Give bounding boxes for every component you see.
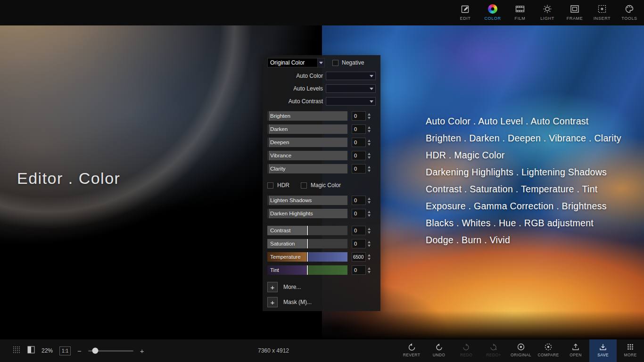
save-button[interactable]: SAVE: [589, 339, 617, 362]
magic-color-checkbox[interactable]: [301, 182, 307, 189]
darken-slider[interactable]: Darken: [267, 124, 347, 134]
slider-handle[interactable]: [306, 252, 308, 262]
slider-handle[interactable]: [267, 196, 270, 205]
auto-color-label: Auto Color: [267, 73, 323, 79]
feature-line: Contrast . Saturation . Temperature . Ti…: [426, 181, 621, 197]
slider-handle[interactable]: [267, 151, 270, 160]
feature-line: Brighten . Darken . Deepen . Vibrance . …: [426, 130, 621, 147]
tint-value[interactable]: 0: [352, 265, 366, 275]
brighten-stepper[interactable]: [368, 111, 371, 121]
tab-insert-label: INSERT: [594, 16, 611, 21]
vibrance-stepper[interactable]: [368, 151, 371, 160]
deepen-value[interactable]: 0: [352, 138, 366, 147]
vibrance-slider[interactable]: Vibrance: [267, 151, 347, 160]
feature-line: Blacks . Whites . Hue . RGB adjustment: [426, 214, 621, 231]
negative-checkbox[interactable]: [332, 60, 339, 66]
auto-contrast-select[interactable]: [326, 97, 376, 106]
zoom-percent[interactable]: 22%: [41, 347, 53, 354]
redo-plus-icon: [489, 342, 498, 352]
slider-handle[interactable]: [306, 265, 308, 275]
undo-button[interactable]: UNDO: [425, 339, 453, 362]
tab-film[interactable]: FILM: [506, 0, 534, 25]
lighten-shadows-slider[interactable]: Lighten Shadows: [267, 196, 347, 205]
deepen-slider[interactable]: Deepen: [267, 138, 347, 147]
slider-handle[interactable]: [306, 226, 308, 235]
saturation-stepper[interactable]: [368, 239, 371, 248]
darken-stepper[interactable]: [368, 124, 371, 134]
darken-highlights-stepper[interactable]: [368, 209, 371, 218]
more-button[interactable]: +: [267, 282, 278, 292]
undo-icon: [434, 342, 444, 352]
temperature-slider[interactable]: Temperature: [267, 252, 347, 262]
darken-highlights-label: Darken Highlights: [270, 211, 313, 216]
darken-value[interactable]: 0: [352, 124, 366, 134]
tint-stepper[interactable]: [368, 265, 371, 275]
lighten-shadows-value[interactable]: 0: [352, 196, 366, 205]
color-adjustment-panel: Original Color Negative Auto Color Auto …: [263, 55, 380, 311]
redo-button[interactable]: REDO: [453, 339, 480, 362]
saturation-slider[interactable]: Saturation: [267, 239, 347, 248]
zoom-in-button[interactable]: +: [140, 347, 144, 355]
original-button[interactable]: ORIGINAL: [507, 339, 535, 362]
tab-tools-label: TOOLS: [621, 16, 637, 21]
saturation-value[interactable]: 0: [352, 239, 366, 248]
contrast-value[interactable]: 0: [352, 226, 366, 235]
tab-insert[interactable]: INSERT: [588, 0, 616, 25]
slider-handle[interactable]: [267, 124, 270, 134]
deepen-stepper[interactable]: [368, 138, 371, 147]
temperature-stepper[interactable]: [368, 252, 371, 262]
compare-button[interactable]: COMPARE: [535, 339, 562, 362]
contrast-stepper[interactable]: [368, 226, 371, 235]
tab-frame[interactable]: FRAME: [561, 0, 588, 25]
revert-button[interactable]: REVERT: [398, 339, 425, 362]
split-view-icon[interactable]: [27, 346, 35, 355]
tab-edit[interactable]: EDIT: [452, 0, 479, 25]
clarity-stepper[interactable]: [368, 164, 371, 173]
film-icon: [515, 4, 525, 14]
more-label: More...: [283, 284, 301, 290]
tab-color-label: COLOR: [484, 16, 501, 21]
auto-levels-select[interactable]: [326, 84, 376, 93]
pixel-grid-icon[interactable]: [12, 346, 21, 356]
auto-color-select[interactable]: [326, 72, 376, 80]
actual-size-button[interactable]: 1:1: [59, 346, 71, 355]
feature-line: HDR . Magic Color: [426, 147, 621, 164]
open-button[interactable]: OPEN: [562, 339, 589, 362]
zoom-slider[interactable]: [88, 350, 133, 352]
brighten-value[interactable]: 0: [352, 111, 366, 121]
hdr-checkbox[interactable]: [267, 182, 273, 189]
insert-icon: [597, 4, 607, 14]
vibrance-value[interactable]: 0: [352, 151, 366, 160]
mask-button[interactable]: +: [267, 297, 278, 307]
slider-handle[interactable]: [306, 239, 308, 248]
revert-icon: [407, 342, 416, 352]
lighten-shadows-stepper[interactable]: [368, 196, 371, 205]
clarity-slider[interactable]: Clarity: [267, 164, 347, 173]
darken-highlights-slider[interactable]: Darken Highlights: [267, 209, 347, 218]
preset-dropdown[interactable]: Original Color: [267, 58, 325, 67]
darken-highlights-value[interactable]: 0: [352, 209, 366, 218]
saturation-label: Saturation: [270, 241, 295, 247]
slider-handle[interactable]: [267, 209, 270, 218]
tab-color[interactable]: COLOR: [479, 0, 506, 25]
tab-edit-label: EDIT: [460, 16, 471, 21]
tab-tools[interactable]: TOOLS: [616, 0, 643, 25]
more-menu-button[interactable]: MORE: [617, 339, 644, 362]
tab-light[interactable]: LIGHT: [534, 0, 561, 25]
preset-dropdown-value: Original Color: [268, 59, 317, 66]
temperature-value[interactable]: 6500: [352, 252, 366, 262]
slider-handle[interactable]: [267, 164, 270, 173]
zoom-slider-handle[interactable]: [92, 348, 99, 354]
redo-icon: [462, 342, 471, 352]
clarity-label: Clarity: [270, 166, 286, 172]
color-wheel-icon: [487, 4, 498, 14]
redo-plus-button[interactable]: REDO+: [480, 339, 507, 362]
zoom-out-button[interactable]: −: [77, 347, 82, 355]
clarity-value[interactable]: 0: [352, 164, 366, 173]
slider-handle[interactable]: [267, 138, 270, 147]
tint-slider[interactable]: Tint: [267, 265, 347, 275]
top-menu-bar: EDIT COLOR FILM LIGHT: [0, 0, 644, 25]
brighten-slider[interactable]: Brighten: [267, 111, 347, 121]
slider-handle[interactable]: [267, 111, 270, 121]
contrast-slider[interactable]: Contrast: [267, 226, 347, 235]
